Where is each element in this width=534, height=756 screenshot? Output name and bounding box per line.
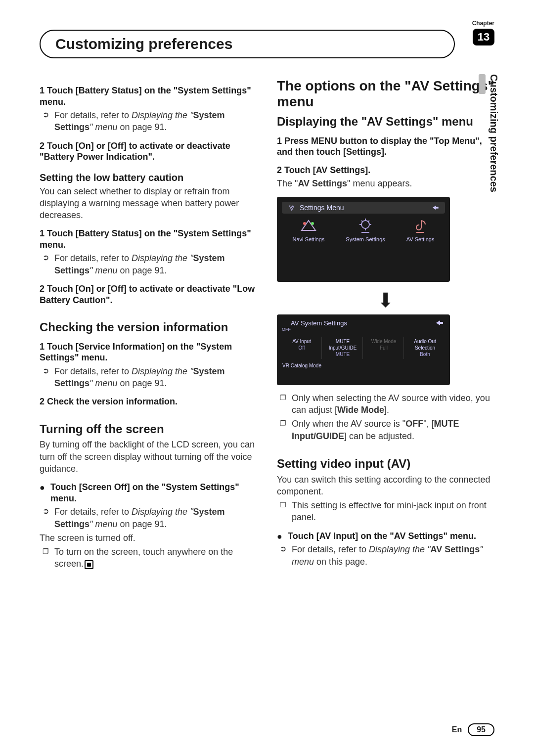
body-text: The "AV Settings" menu appears.	[277, 178, 494, 189]
cross-reference: For details, refer to Displaying the "Sy…	[54, 252, 257, 276]
end-icon	[85, 560, 93, 569]
step: Touch [AV Input] on the "AV Settings" me…	[277, 531, 494, 542]
note-text: Only when selecting the AV source with v…	[292, 392, 494, 416]
chapter-indicator: Chapter 13	[472, 20, 494, 45]
right-column: The options on the "AV Settings" menu Di…	[277, 78, 494, 572]
svg-rect-4	[440, 322, 443, 324]
footer-lang: En	[452, 725, 462, 734]
svg-point-1	[303, 222, 306, 225]
section-heading: Setting video input (AV)	[277, 457, 494, 471]
section-heading: Displaying the "AV Settings" menu	[277, 115, 494, 129]
cross-reference: For details, refer to Displaying the "AV…	[292, 543, 494, 568]
section-heading: The options on the "AV Settings" menu	[277, 78, 494, 110]
cross-reference: For details, refer to Displaying the "Sy…	[54, 506, 257, 530]
section-heading: Turning off the screen	[40, 422, 257, 436]
step: Touch [Screen Off] on the "System Settin…	[40, 482, 257, 504]
step: 2 Touch [On] or [Off] to activate or dea…	[40, 140, 257, 163]
step: 1 Touch [Battery Status] on the "System …	[40, 228, 257, 250]
page-title: Customizing preferences	[40, 30, 455, 58]
step: 1 Touch [Battery Status] on the "System …	[40, 85, 257, 107]
body-text: You can select whether to display or ref…	[40, 185, 257, 222]
screen-title: AV System Settings	[291, 319, 347, 327]
cross-reference: For details, refer to Displaying the "Sy…	[54, 109, 257, 133]
page-footer: En 95	[452, 723, 494, 736]
setting-cell: VR Catalog Mode	[282, 361, 322, 370]
setting-cell: AV InputOff	[282, 337, 322, 359]
chapter-number: 13	[473, 29, 494, 45]
back-icon	[433, 319, 445, 326]
antenna-icon	[287, 204, 297, 211]
side-tab-label: Customizing preferences	[488, 74, 499, 192]
body-text: You can switch this setting according to…	[277, 474, 494, 498]
screenshot-av-settings: AV System Settings OFF AV InputOff MUTE …	[277, 314, 450, 385]
step: 1 Press MENU button to display the "Top …	[277, 135, 494, 158]
setting-cell: MUTE Input/GUIDEMUTE	[323, 337, 363, 359]
section-heading: Setting the low battery caution	[40, 172, 257, 183]
left-column: 1 Touch [Battery Status] on the "System …	[40, 78, 257, 572]
menu-item-av: AV Settings	[406, 219, 435, 242]
step: 1 Touch [Service Information] on the "Sy…	[40, 341, 257, 363]
svg-point-2	[311, 222, 314, 225]
chapter-label: Chapter	[472, 20, 494, 27]
setting-cell: Audio Out SelectionBoth	[405, 337, 445, 359]
section-heading: Checking the version information	[40, 320, 257, 334]
note-text: Only when the AV source is "OFF", [MUTE …	[292, 418, 494, 442]
screen-title: Settings Menu	[300, 204, 344, 212]
menu-item-system: System Settings	[346, 219, 385, 242]
menu-item-navi: Navi Settings	[293, 219, 325, 242]
back-icon	[430, 204, 440, 211]
page-number: 95	[468, 723, 494, 736]
note-text: To turn on the screen, touch anywhere on…	[54, 546, 257, 570]
step: 2 Touch [On] or [Off] to activate or dea…	[40, 283, 257, 306]
body-text: By turning off the backlight of the LCD …	[40, 439, 257, 475]
note-text: This setting is effective for mini-jack …	[292, 499, 494, 524]
side-tab-marker	[479, 74, 486, 94]
off-indicator: OFF	[282, 327, 347, 332]
arrow-down-icon: ⬇	[277, 289, 494, 311]
step: 2 Touch [AV Settings].	[277, 165, 494, 176]
step: 2 Check the version information.	[40, 396, 257, 407]
svg-rect-0	[436, 207, 439, 208]
cross-reference: For details, refer to Displaying the "Sy…	[54, 365, 257, 390]
setting-cell: Wide ModeFull	[364, 337, 404, 359]
screenshot-settings-menu: Settings Menu Navi Settings System Setti…	[277, 197, 450, 282]
body-text: The screen is turned off.	[40, 532, 257, 544]
